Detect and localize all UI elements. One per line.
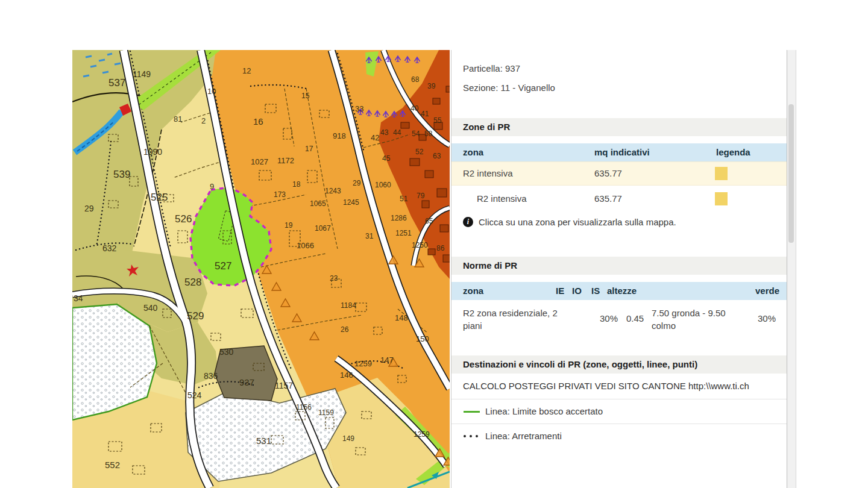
parcel-label: 2 [201,116,206,125]
parcel-label: 45 [382,154,391,163]
parcel-label: 52 [415,148,424,156]
zone-mq: 635.77 [594,162,622,185]
linea-arretramenti-label: Linea: Arretramenti [485,424,562,448]
parcel-label: 147 [380,355,394,364]
col-legenda: legenda [716,143,750,161]
col-ie: IE [556,282,564,300]
legend-swatch [715,192,728,205]
norme-altezze: 7.50 gronda - 9.50 colmo [652,307,729,332]
parcel-label: 531 [256,436,271,446]
linea-bosco-label: Linea: Limite bosco accertato [485,399,603,424]
parcel-label: 41 [421,110,429,118]
parcel-label: 1286 [391,214,407,222]
zone-name: R2 intensiva [477,188,527,210]
parcel-label: 51 [400,195,408,203]
parcel-label: 40 [410,104,419,113]
col-verde: verde [755,282,779,300]
parcel-label: 12 [242,66,251,75]
zone-row-r2-intensiva[interactable]: R2 intensiva 635.77 [451,161,787,186]
linea-arretramenti-row: Linea: Arretramenti [451,424,787,449]
parcel-label: 1027 [251,157,268,166]
parcel-label: 29 [84,204,94,213]
section-zone-di-pr: Zone di PR [451,118,787,136]
col-zona: zona [463,143,483,161]
zoning-map-viewer: 5371149109053929525632526952752852954034… [0,0,868,488]
norme-verde: 30% [758,313,776,324]
parcel-label: 33 [355,104,363,113]
parcel-label: 16 [253,116,263,127]
parcel-label: 149 [342,434,354,443]
zone-row-r2-intensiva-sub[interactable]: R2 intensiva 635.77 [451,188,787,210]
norme-io: 0.45 [626,313,644,324]
linea-bosco-row: Linea: Limite bosco accertato [451,399,787,424]
parcel-label: 15 [301,92,310,100]
parcel-label: 530 [219,347,234,357]
info-panel: Particella: 937 Sezione: 11 - Viganello … [451,50,787,488]
parcel-label: 526 [175,213,192,225]
parcel-label: 18 [292,180,301,189]
parcel-label: 23 [330,274,338,283]
parcel-label: 529 [187,310,204,322]
parcel-label: 29 [353,179,361,187]
calcolo-text: CALCOLO POSTEGGI PRIVATI VEDI SITO CANTO… [463,381,749,391]
parcel-label: 39 [427,82,436,90]
zone-hint-text: Clicca su una zona per visualizzarla sul… [479,213,676,231]
col-io: IO [572,282,582,300]
parcel-label: 836 [204,371,218,381]
zone-table-header: zona mq indicativi legenda [451,143,787,161]
parcel-label: 55 [433,116,442,125]
parcel-label: 9 [210,182,214,191]
section-norme-di-pr: Norme di PR [451,257,787,275]
vertical-scrollbar[interactable] [787,50,796,488]
parcel-label: 1060 [375,181,391,189]
parcel-label: 1245 [343,198,359,207]
scrollbar-thumb[interactable] [788,104,794,243]
parcel-label: 1067 [315,224,331,233]
parcel-label: 539 [113,169,130,180]
parcel-label: 1243 [325,187,341,195]
parcel-label: 1149 [133,69,151,79]
parcel-label: 54 [412,130,420,138]
parcel-label: 81 [174,114,182,124]
dotted-line-icon [464,435,482,438]
parcel-label: 540 [143,303,158,313]
parcel-label: 42 [371,133,379,142]
parcel-label: 524 [187,390,202,400]
col-mq: mq indicativi [594,143,650,161]
parcel-label: 525 [151,192,168,203]
norme-row-r2: R2 zona residenziale, 2 piani 30% 0.45 7… [451,300,787,341]
parcel-map[interactable]: 5371149109053929525632526952752852954034… [72,50,450,488]
parcel-label: 1159 [318,408,334,417]
parcel-label: 1090 [143,147,162,157]
parcel-label: 26 [341,325,349,334]
legend-swatch [715,167,728,180]
zone-mq: 635.77 [594,188,622,210]
zone-name: R2 intensiva [463,162,513,185]
parcel-label: 1259 [354,359,372,368]
particella-line: Particella: 937 [463,50,787,75]
parcel-label: 146 [340,371,353,380]
col-altezze: altezze [607,282,637,300]
parcel-label: 58 [424,130,433,138]
norme-table-header: zona IE IO IS altezze verde [451,282,787,300]
green-line-icon [464,411,480,413]
zone-hint-row: Clicca su una zona per visualizzarla sul… [451,213,787,231]
parcel-label: 937 [239,377,254,387]
norme-ie: 30% [600,313,618,324]
parcel-label: 1172 [277,156,294,165]
parcel-label: 34 [74,293,83,303]
info-icon [463,217,473,227]
col-is: IS [591,282,600,300]
sezione-line: Sezione: 11 - Viganello [463,82,787,94]
parcel-label: 79 [417,192,425,200]
parcel-label: 150 [416,334,429,343]
parcel-label: 537 [108,77,125,89]
parcel-label: 148 [395,313,408,322]
parcel-label: 1156 [296,403,312,411]
parcel-label: 918 [333,131,346,140]
parcel-label: 10 [207,87,216,96]
parcel-label: 552 [105,460,120,470]
parcel-label: 63 [433,152,441,160]
parcel-label: 1065 [310,199,326,208]
parcel-label: 1066 [297,241,314,250]
